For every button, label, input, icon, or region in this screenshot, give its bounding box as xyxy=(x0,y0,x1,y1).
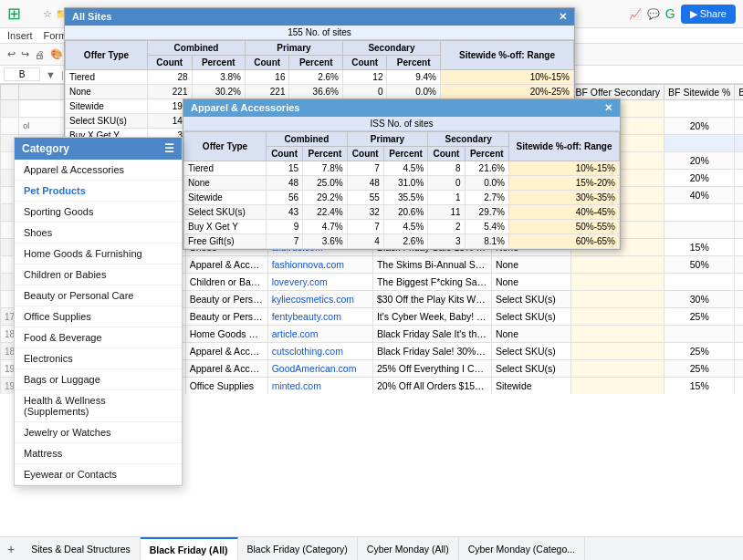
bf-primary-cell: Select SKU(s) xyxy=(491,291,571,308)
sidebar-item-jewelry-or-watches[interactable]: Jewelry or Watches xyxy=(15,422,182,443)
sidebar-item-apparel---accessories[interactable]: Apparel & Accessories xyxy=(15,160,182,181)
site-link[interactable]: kyliecosmetics.com xyxy=(272,294,354,305)
sidebar-item-food---beverage[interactable]: Food & Beverage xyxy=(15,327,182,348)
sw-cell: 10%-15% xyxy=(508,161,619,176)
print-icon[interactable]: 🖨 xyxy=(35,49,45,60)
s-count-cell: 0 xyxy=(342,85,387,99)
site-cell[interactable]: GoodAmerican.com xyxy=(267,360,372,378)
tab-black-friday-category[interactable]: Black Friday (Category) xyxy=(238,537,358,560)
sitewide-cell: 25% xyxy=(665,343,735,360)
bf-desc-cell: The Biggest F*cking Sale ! None xyxy=(372,274,491,291)
sitewide-cell: 25% xyxy=(665,308,735,326)
sidebar-item-shoes[interactable]: Shoes xyxy=(15,223,182,244)
row-num-header xyxy=(1,85,19,100)
apparel-body: Tiered 15 7.8% 7 4.5% 8 21.6% 10%-15% No… xyxy=(184,161,620,249)
tab-sites[interactable]: Sites & Deal Structures xyxy=(22,537,141,560)
apparel-s-count: Count xyxy=(428,147,465,161)
sidebar-item-bags-or-luggage[interactable]: Bags or Luggage xyxy=(15,369,182,390)
site-cell[interactable]: minted.com xyxy=(267,378,372,395)
bf-secondary-cell xyxy=(571,326,665,343)
offer-type-header: Offer Type xyxy=(66,41,148,70)
c-count-cell: 48 xyxy=(267,176,303,191)
s-count-cell: 3 xyxy=(428,234,465,249)
sitewide-cell xyxy=(665,274,735,291)
p-count-cell: 221 xyxy=(245,85,289,99)
p-count-cell: 55 xyxy=(347,191,383,205)
sidebar-item-electronics[interactable]: Electronics xyxy=(15,348,182,369)
p-pct-cell: 31.0% xyxy=(383,176,427,191)
site-link[interactable]: fashionnova.com xyxy=(272,259,344,270)
site-link[interactable]: fentybeauty.com xyxy=(272,311,341,322)
site-cell[interactable]: cutsclothing.com xyxy=(267,343,372,360)
s-pct-cell: 0.0% xyxy=(465,176,508,191)
sheets-addon-icon[interactable]: G xyxy=(665,6,675,21)
bf-secondary-cell xyxy=(571,291,665,308)
coupon-cell xyxy=(735,152,743,170)
site-link[interactable]: minted.com xyxy=(272,380,321,391)
add-tab-button[interactable]: + xyxy=(0,540,22,558)
coupon-cell xyxy=(735,378,743,395)
sw-cell: 40%-45% xyxy=(508,205,619,220)
coupon-cell xyxy=(735,100,743,118)
redo-icon[interactable]: ↪ xyxy=(21,48,29,60)
share-button[interactable]: ▶ Share xyxy=(681,5,736,24)
sidebar-item-office-supplies[interactable]: Office Supplies xyxy=(15,306,182,327)
col-bf-secondary-header: BF Offer Secondary xyxy=(571,85,665,100)
sidebar-item-sporting-goods[interactable]: Sporting Goods xyxy=(15,202,182,223)
sitewide-cell: 50% xyxy=(665,256,735,274)
sitewide-cell: 40% xyxy=(665,187,735,204)
primary-pct-header: Percent xyxy=(289,56,342,70)
c-pct-cell: 22.4% xyxy=(303,205,347,220)
sidebar-menu-icon[interactable]: ☰ xyxy=(164,142,174,155)
offer-type-cell: Buy X Get Y xyxy=(184,220,267,234)
site-link[interactable]: article.com xyxy=(272,328,319,339)
site-link[interactable]: cutsclothing.com xyxy=(272,346,343,357)
menu-insert[interactable]: Insert xyxy=(7,30,33,41)
p-count-cell: 7 xyxy=(347,220,383,234)
sidebar-item-mattress[interactable]: Mattress xyxy=(15,443,182,464)
p-pct-cell: 20.6% xyxy=(383,205,427,220)
sitewide-cell xyxy=(665,326,735,343)
site-cell[interactable]: kyliecosmetics.com xyxy=(267,291,372,308)
sidebar-item-health---wellness-(supplements)[interactable]: Health & Wellness (Supplements) xyxy=(15,390,182,422)
sitewide-cell: 15% xyxy=(665,239,735,256)
sidebar-item-beauty-or-personal-care[interactable]: Beauty or Personal Care xyxy=(15,285,182,306)
allsites-close[interactable]: ✕ xyxy=(559,11,567,23)
sidebar-item-children-or-babies[interactable]: Children or Babies xyxy=(15,264,182,285)
site-cell[interactable]: fentybeauty.com xyxy=(267,308,372,326)
s-count-cell: 0 xyxy=(428,176,465,191)
offer-type-cell: Tiered xyxy=(66,70,148,85)
site-cell[interactable]: lovevery.com xyxy=(267,274,372,291)
apparel-table: Offer Type Combined Primary Secondary Si… xyxy=(183,131,620,249)
bf-desc-cell: Black Friday Sale It's the N Select SKU(… xyxy=(372,326,491,343)
paint-icon[interactable]: 🎨 xyxy=(50,48,63,60)
site-link[interactable]: lovevery.com xyxy=(272,276,328,287)
site-link[interactable]: GoodAmerican.com xyxy=(272,363,357,374)
apparel-c-pct: Percent xyxy=(303,147,347,161)
star-icon[interactable]: ☆ xyxy=(43,8,52,20)
apparel-p-pct: Percent xyxy=(383,147,427,161)
tab-black-friday-all[interactable]: Black Friday (All) xyxy=(141,537,238,560)
c-count-cell: 9 xyxy=(267,220,303,234)
apparel-c-count: Count xyxy=(267,147,303,161)
chart-icon[interactable]: 📈 xyxy=(629,8,642,20)
tab-cyber-monday-cat[interactable]: Cyber Monday (Catego... xyxy=(459,537,585,560)
site-cell[interactable]: article.com xyxy=(267,326,372,343)
undo-icon[interactable]: ↩ xyxy=(7,48,16,60)
sidebar-item-eyewear-or-contacts[interactable]: Eyewear or Contacts xyxy=(15,464,182,485)
sidebar-item-pet-products[interactable]: Pet Products xyxy=(15,181,182,202)
comment-icon[interactable]: 💬 xyxy=(647,8,660,20)
share-label: ▶ Share xyxy=(690,8,727,19)
apparel-close[interactable]: ✕ xyxy=(604,102,612,114)
p-count-cell: 32 xyxy=(347,205,383,220)
site-cell[interactable]: fashionnova.com xyxy=(267,256,372,274)
tab-cyber-monday-all[interactable]: Cyber Monday (All) xyxy=(358,537,459,560)
c-count-cell: 7 xyxy=(267,234,303,249)
p-count-cell: 16 xyxy=(245,70,289,85)
apparel-s-pct: Percent xyxy=(465,147,508,161)
p-pct-cell: 36.6% xyxy=(289,85,342,99)
cell-reference[interactable] xyxy=(4,67,40,81)
sidebar-item-home-goods---furnishing[interactable]: Home Goods & Furnishing xyxy=(15,244,182,264)
formula-expand[interactable]: ▼ xyxy=(46,69,56,80)
coupon-cell xyxy=(735,170,743,187)
